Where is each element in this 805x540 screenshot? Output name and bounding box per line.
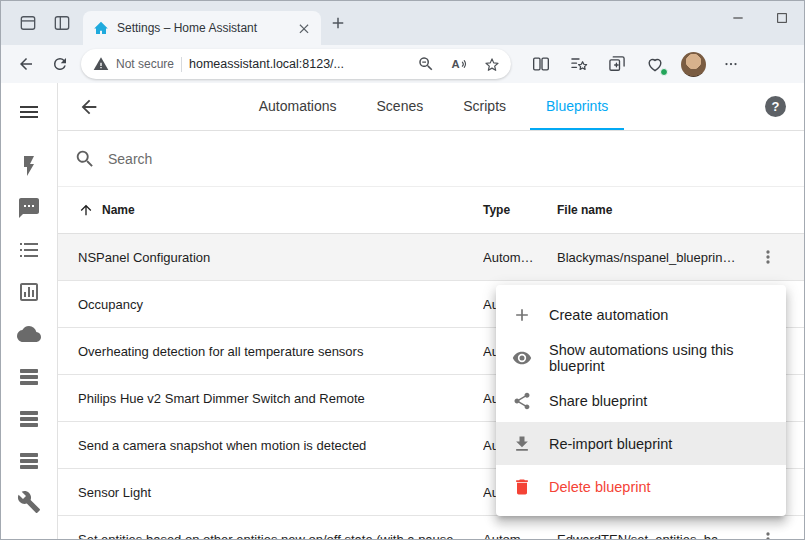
- close-icon: [297, 21, 311, 35]
- row-file: EdwardTEN/set_entities_bas…: [557, 532, 748, 540]
- context-menu: Create automation Show automations using…: [496, 285, 786, 516]
- address-bar[interactable]: Not secure homeassistant.local:8123/... …: [81, 49, 511, 79]
- sort-ascending-icon: [78, 202, 94, 218]
- help-button[interactable]: ?: [765, 96, 786, 117]
- browser-window: Settings – Home Assistant Not secure: [0, 0, 805, 540]
- device-icon: [17, 448, 41, 472]
- read-aloud-button[interactable]: A: [446, 51, 472, 77]
- ha-tabs: AutomationsScenesScriptsBlueprints: [102, 83, 765, 130]
- menu-item-create-automation[interactable]: Create automation: [496, 293, 786, 336]
- warning-icon: [93, 56, 109, 72]
- browser-tab[interactable]: Settings – Home Assistant: [83, 11, 321, 45]
- more-icon: [722, 55, 740, 73]
- column-header-file[interactable]: File name: [557, 203, 748, 217]
- column-header-name[interactable]: Name: [78, 202, 483, 218]
- row-name: Set entities based on other entities new…: [78, 532, 483, 540]
- menu-item-share-blueprint[interactable]: Share blueprint: [496, 379, 786, 422]
- tools-icon[interactable]: [8, 481, 50, 523]
- device-icon[interactable]: [8, 355, 50, 397]
- browser-essentials-button[interactable]: [641, 50, 669, 78]
- tab-actions-icon: [52, 13, 72, 33]
- arrow-left-icon: [17, 55, 35, 73]
- device-icon: [17, 364, 41, 388]
- refresh-button[interactable]: [43, 49, 77, 79]
- zoom-out-icon: [417, 55, 435, 73]
- delete-icon: [512, 477, 532, 497]
- table-row[interactable]: Set entities based on other entities new…: [58, 516, 804, 539]
- device-icon: [17, 406, 41, 430]
- import-icon: [512, 434, 532, 454]
- window-controls: [716, 1, 804, 35]
- history-icon: [17, 280, 41, 304]
- browser-back-button[interactable]: [9, 49, 43, 79]
- read-aloud-icon: A: [450, 55, 468, 73]
- device-icon[interactable]: [8, 397, 50, 439]
- list-icon[interactable]: [8, 229, 50, 271]
- plus-icon: [329, 14, 347, 32]
- profile-button[interactable]: [679, 50, 707, 78]
- hamburger-menu-icon: [17, 100, 41, 124]
- tab-close-button[interactable]: [293, 17, 315, 39]
- table-row[interactable]: NSPanel Configuration Autom… Blackymas/n…: [58, 234, 804, 281]
- list-icon: [17, 238, 41, 262]
- tab-automations[interactable]: Automations: [243, 83, 353, 130]
- row-type: Autom…: [483, 532, 557, 540]
- tab-scripts[interactable]: Scripts: [447, 83, 522, 130]
- favorites-button[interactable]: [565, 50, 593, 78]
- ha-sidebar: [1, 83, 58, 539]
- share-icon: [512, 391, 532, 411]
- home-assistant-favicon: [93, 20, 109, 36]
- plus-icon: [512, 305, 532, 325]
- column-header-type[interactable]: Type: [483, 203, 557, 217]
- star-icon: [483, 55, 501, 73]
- menu-item-delete-blueprint[interactable]: Delete blueprint: [496, 465, 786, 508]
- workspaces-button[interactable]: [13, 8, 43, 38]
- eye-icon: [512, 348, 532, 368]
- browser-toolbar: Not secure homeassistant.local:8123/... …: [1, 45, 804, 83]
- row-overflow-button[interactable]: [748, 247, 788, 267]
- url-text: homeassistant.local:8123/...: [189, 57, 406, 71]
- ha-header: AutomationsScenesScriptsBlueprints ?: [58, 83, 804, 131]
- split-screen-icon: [531, 54, 551, 74]
- tab-actions-button[interactable]: [47, 8, 77, 38]
- dots-vertical-icon: [758, 529, 778, 539]
- tab-scenes[interactable]: Scenes: [361, 83, 440, 130]
- minimize-button[interactable]: [716, 1, 760, 35]
- ha-sidebar-icons: [8, 145, 50, 523]
- search-input[interactable]: Search: [58, 131, 804, 187]
- energy-icon: [17, 154, 41, 178]
- back-button[interactable]: [76, 94, 102, 120]
- dots-vertical-icon: [758, 247, 778, 267]
- sidebar-menu-button[interactable]: [8, 91, 50, 133]
- maximize-button[interactable]: [760, 1, 804, 35]
- tab-blueprints[interactable]: Blueprints: [530, 83, 624, 130]
- collections-icon: [607, 54, 627, 74]
- workspaces-icon: [18, 13, 38, 33]
- new-tab-button[interactable]: [323, 8, 353, 38]
- page-content: AutomationsScenesScriptsBlueprints ? Sea…: [1, 83, 804, 539]
- row-name: Send a camera snapshot when motion is de…: [78, 438, 483, 453]
- refresh-icon: [51, 55, 69, 73]
- zoom-out-button[interactable]: [413, 51, 439, 77]
- search-placeholder: Search: [108, 151, 152, 167]
- add-favorite-button[interactable]: [479, 51, 505, 77]
- menu-item-re-import-blueprint[interactable]: Re-import blueprint: [496, 422, 786, 465]
- maximize-icon: [774, 10, 790, 26]
- menu-item-show-automations-using-this-blueprint[interactable]: Show automations using this blueprint: [496, 336, 786, 379]
- row-overflow-button[interactable]: [748, 529, 788, 539]
- row-name: Philips Hue v2 Smart Dimmer Switch and R…: [78, 391, 483, 406]
- collections-button[interactable]: [603, 50, 631, 78]
- cloud-icon[interactable]: [8, 313, 50, 355]
- row-file: Blackymas/nspanel_blueprin…: [557, 250, 748, 265]
- row-name: Sensor Light: [78, 485, 483, 500]
- energy-icon[interactable]: [8, 145, 50, 187]
- split-screen-button[interactable]: [527, 50, 555, 78]
- tab-strip: Settings – Home Assistant: [1, 1, 804, 45]
- browser-menu-button[interactable]: [717, 50, 745, 78]
- avatar: [681, 52, 706, 77]
- history-icon[interactable]: [8, 271, 50, 313]
- arrow-left-icon: [78, 96, 100, 118]
- device-icon[interactable]: [8, 439, 50, 481]
- tab-title: Settings – Home Assistant: [117, 21, 285, 35]
- assist-icon[interactable]: [8, 187, 50, 229]
